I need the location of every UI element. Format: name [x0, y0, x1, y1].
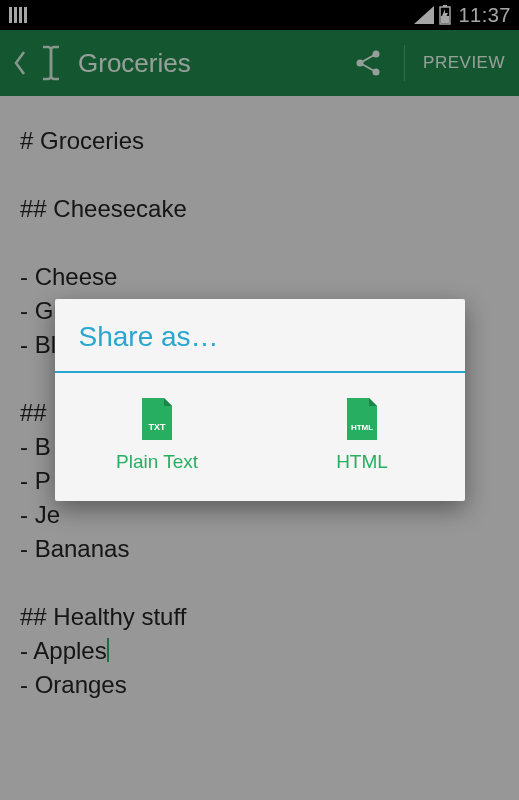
share-option-label: HTML [336, 451, 388, 473]
dialog-options: TXT Plain Text HTML HTML [55, 373, 465, 501]
txt-file-icon: TXT [139, 397, 175, 441]
svg-text:TXT: TXT [149, 422, 167, 432]
share-dialog: Share as… TXT Plain Text HTML HTML [55, 299, 465, 501]
dialog-title: Share as… [55, 299, 465, 371]
svg-text:HTML: HTML [351, 423, 373, 432]
share-option-html[interactable]: HTML HTML [260, 397, 465, 473]
html-file-icon: HTML [344, 397, 380, 441]
modal-overlay[interactable]: Share as… TXT Plain Text HTML HTML [0, 0, 519, 800]
share-option-plain-text[interactable]: TXT Plain Text [55, 397, 260, 473]
share-option-label: Plain Text [116, 451, 198, 473]
